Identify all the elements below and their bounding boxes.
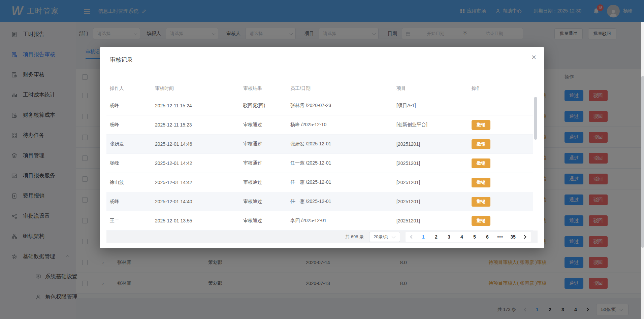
- project-cell: [20251201]: [393, 218, 468, 223]
- column-header: 审核结果: [240, 85, 287, 92]
- operator-cell: 杨峰: [106, 199, 152, 205]
- column-header: 操作: [468, 85, 533, 92]
- modal-pagination-bar: 共 698 条 20条/页 123456•••35: [106, 231, 538, 243]
- modal-pager: 123456•••35: [406, 232, 531, 242]
- revoke-button[interactable]: 撤销: [472, 178, 490, 187]
- employee-date-cell: 杨峰 /2025-12-10: [287, 122, 393, 128]
- revoke-button[interactable]: 撤销: [472, 197, 490, 207]
- audit-time-cell: 2025-12-01 14:42: [152, 161, 240, 166]
- audit-record-row: 张妍发 2025-12-01 14:46 审核通过 张妍发 /2025-12-0…: [106, 135, 533, 154]
- modal-total-count: 共 698 条: [345, 234, 364, 240]
- audit-result-cell: 审核通过: [240, 141, 287, 147]
- modal-page-size-select[interactable]: 20条/页: [369, 232, 400, 242]
- project-cell: [20251201]: [393, 199, 468, 204]
- employee-date-cell: 张林霄 /2020-07-23: [287, 103, 393, 109]
- operator-cell: 王二: [106, 218, 152, 224]
- modal-page-number[interactable]: •••: [494, 232, 506, 242]
- project-cell: [项目A-1]: [393, 103, 468, 109]
- close-icon[interactable]: ×: [532, 53, 536, 61]
- audit-result-cell: 审核通过: [240, 218, 287, 224]
- column-header: 员工/日期: [287, 85, 393, 92]
- audit-result-cell: 审核通过: [240, 122, 287, 128]
- audit-record-row: 杨峰 2025-12-01 14:42 审核通过 任一葱 /2025-12-01…: [106, 154, 533, 173]
- audit-time-cell: 2025-12-01 13:55: [152, 218, 240, 223]
- operator-cell: 杨峰: [106, 103, 152, 109]
- audit-record-row: 杨峰 2025-12-01 14:40 审核通过 任一葱 /2025-12-01…: [106, 192, 533, 211]
- audit-table-header: 操作人 审核时间 审核结果 员工/日期 项目 操作: [106, 81, 533, 96]
- modal-page-number[interactable]: 4: [456, 232, 468, 242]
- page-scrollbar[interactable]: [641, 22, 644, 319]
- revoke-button[interactable]: 撤销: [472, 120, 490, 130]
- modal-page-number[interactable]: 2: [430, 232, 442, 242]
- employee-date-cell: 任一葱 /2025-12-01: [287, 179, 393, 185]
- audit-result-cell: 审核通过: [240, 179, 287, 185]
- chevron-left-icon: [410, 235, 414, 239]
- audit-time-cell: 2025-12-11 15:23: [152, 122, 240, 128]
- audit-record-row: 杨峰 2025-12-11 15:24 驳回(驳回) 张林霄 /2020-07-…: [106, 96, 533, 115]
- project-cell: [20251201]: [393, 141, 468, 147]
- operator-cell: 徐山波: [106, 179, 152, 185]
- modal-page-number[interactable]: 3: [443, 232, 455, 242]
- project-cell: [创新创业平台]: [393, 122, 468, 128]
- column-header: 操作人: [106, 85, 152, 92]
- employee-date-cell: 张妍发 /2025-12-01: [287, 141, 393, 147]
- audit-record-row: 徐山波 2025-12-01 14:42 审核通过 任一葱 /2025-12-0…: [106, 173, 533, 192]
- project-cell: [20251201]: [393, 161, 468, 166]
- audit-result-cell: 驳回(驳回): [240, 103, 287, 109]
- revoke-button[interactable]: 撤销: [472, 139, 490, 149]
- modal-page-number[interactable]: 1: [418, 232, 429, 242]
- audit-records-dialog: 审核记录 × 操作人 审核时间 审核结果 员工/日期 项目 操作 杨峰 2025…: [100, 47, 544, 248]
- employee-date-cell: 任一葱 /2025-12-01: [287, 199, 393, 205]
- audit-records-table: 操作人 审核时间 审核结果 员工/日期 项目 操作 杨峰 2025-12-11 …: [106, 81, 533, 231]
- operator-cell: 杨峰: [106, 160, 152, 166]
- operator-cell: 张妍发: [106, 141, 152, 147]
- audit-time-cell: 2025-12-01 14:42: [152, 180, 240, 185]
- modal-prev-page-button[interactable]: [407, 232, 417, 242]
- audit-time-cell: 2025-12-01 14:40: [152, 199, 240, 204]
- audit-time-cell: 2025-12-01 14:46: [152, 141, 240, 147]
- project-cell: [20251201]: [393, 180, 468, 185]
- scrollbar-thumb[interactable]: [641, 76, 644, 248]
- modal-page-number[interactable]: 35: [507, 232, 519, 242]
- audit-record-row: 王二 2025-12-01 13:55 审核通过 李四 /2025-12-01 …: [106, 211, 533, 231]
- chevron-down-icon: [392, 235, 395, 238]
- employee-date-cell: 李四 /2025-12-01: [287, 218, 393, 224]
- audit-record-row: 杨峰 2025-12-11 15:23 审核通过 杨峰 /2025-12-10 …: [106, 115, 533, 135]
- revoke-button[interactable]: 撤销: [472, 158, 490, 168]
- audit-result-cell: 审核通过: [240, 160, 287, 166]
- chevron-right-icon: [522, 235, 526, 239]
- column-header: 审核时间: [152, 85, 240, 92]
- modal-next-page-button[interactable]: [519, 232, 529, 242]
- audit-result-cell: 审核通过: [240, 199, 287, 205]
- dialog-title: 审核记录: [110, 56, 133, 64]
- audit-time-cell: 2025-12-11 15:24: [152, 103, 240, 108]
- modal-page-number[interactable]: 5: [469, 232, 480, 242]
- operator-cell: 杨峰: [106, 122, 152, 128]
- employee-date-cell: 任一葱 /2025-12-01: [287, 160, 393, 166]
- revoke-button[interactable]: 撤销: [472, 216, 490, 226]
- modal-page-number[interactable]: 6: [482, 232, 493, 242]
- column-header: 项目: [393, 85, 468, 92]
- modal-scrollbar-thumb[interactable]: [534, 97, 537, 140]
